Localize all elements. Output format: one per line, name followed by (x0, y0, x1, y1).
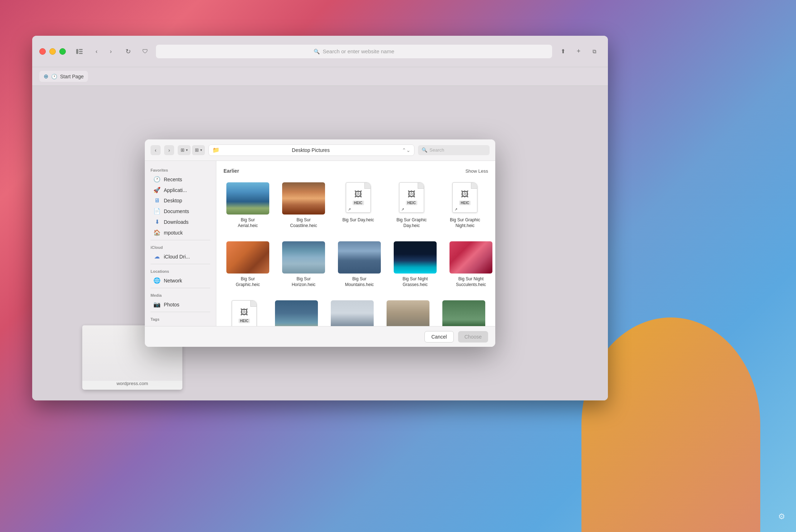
dialog-files-area[interactable]: Earlier Show Less Big SurAerial.heic (216, 161, 495, 326)
dialog-back-button[interactable]: ‹ (151, 145, 161, 155)
file-name-night-succulents: Big Sur NightSucculents.heic (456, 276, 486, 287)
sidebar-item-documents[interactable]: 📄 Documents (148, 206, 213, 216)
file-thumb-graphic (226, 241, 269, 274)
file-item-row3-3[interactable] (328, 297, 377, 326)
address-bar[interactable]: 🔍 Search or enter website name (156, 45, 552, 58)
heic-preview-icon-row3-1: 🖼 (240, 308, 248, 317)
sidebar-item-network[interactable]: 🌐 Network (148, 275, 213, 286)
tabs-button[interactable]: ⧉ (588, 45, 601, 58)
file-thumb-coastline (282, 182, 325, 215)
file-open-dialog: ‹ › ⊞ ▾ ⊞ ▾ 📁 Desktop (145, 139, 495, 347)
file-name-horizon: Big SurHorizon.heic (292, 276, 316, 287)
file-thumb-mountains (338, 241, 381, 274)
file-thumb-row3-5 (442, 300, 485, 326)
sidebar-label-downloads: Downloads (164, 219, 188, 225)
file-item-big-sur-graphic[interactable]: Big SurGraphic.heic (223, 238, 272, 290)
media-divider (151, 288, 210, 288)
macos-controls: ⚙ (778, 512, 785, 521)
file-item-big-sur-aerial[interactable]: Big SurAerial.heic (223, 179, 272, 231)
sidebar-item-applications[interactable]: 🚀 Applicati... (148, 185, 213, 195)
heic-paper-row3-1: 🖼 HEIC (232, 300, 257, 326)
file-item-big-sur-horizon[interactable]: Big SurHorizon.heic (279, 238, 328, 290)
sidebar-item-desktop[interactable]: 🖥 Desktop (148, 196, 213, 206)
thumb-img-row3-4 (387, 300, 429, 326)
tab-wordpress[interactable]: ⊕ 🕐 Start Page (39, 71, 88, 82)
file-dialog-overlay: ‹ › ⊞ ▾ ⊞ ▾ 📁 Desktop (32, 86, 608, 400)
files-grid-row2: Big SurGraphic.heic Big SurHorizon.heic (223, 238, 488, 290)
downloads-icon: ⬇ (153, 218, 161, 225)
toolbar-right: ⬆ + ⧉ (556, 45, 601, 58)
nav-buttons: ‹ › (90, 45, 117, 58)
thumb-img-horizon (282, 241, 325, 274)
dialog-sidebar: Favorites 🕐 Recents 🚀 Applicati... 🖥 Des… (145, 161, 216, 326)
thumb-img-mountains (338, 241, 381, 274)
sidebar-item-tag-9to5[interactable]: ● 9to5 (148, 323, 213, 326)
home-icon: 🏠 (153, 229, 161, 236)
minimize-button[interactable] (49, 48, 56, 55)
file-name-graphic-day: Big Sur GraphicDay.heic (397, 217, 427, 228)
file-item-row3-5[interactable] (439, 297, 488, 326)
file-heic-row3-1: 🖼 HEIC (230, 300, 259, 326)
maximize-button[interactable] (59, 48, 66, 55)
file-item-big-sur-coastline[interactable]: Big SurCoastline.heic (279, 179, 328, 231)
icloud-icon: ☁ (153, 253, 161, 260)
column-view-button[interactable]: ⊞ ▾ (192, 145, 205, 155)
sliders-icon: ⚙ (778, 512, 785, 521)
sidebar-label-documents: Documents (164, 208, 189, 214)
grid-icon: ⊞ (181, 147, 185, 153)
share-button[interactable]: ⬆ (556, 45, 569, 58)
sidebar-toggle-button[interactable] (73, 45, 86, 58)
section-title: Earlier (223, 168, 239, 174)
file-item-big-sur-mountains[interactable]: Big SurMountains.heic (335, 238, 384, 290)
thumb-img-night-succulents (449, 241, 492, 274)
new-tab-button[interactable]: + (572, 45, 585, 58)
grid-view-button[interactable]: ⊞ ▾ (178, 145, 191, 155)
file-item-big-sur-day[interactable]: 🖼 HEIC ↗ Big Sur Day.heic (335, 179, 381, 231)
file-item-row3-1[interactable]: 🖼 HEIC (223, 297, 265, 326)
locations-section-label: Locations (145, 266, 216, 275)
location-arrows: ⌃⌄ (402, 147, 411, 153)
cancel-button[interactable]: Cancel (424, 331, 454, 343)
file-item-row3-2[interactable] (272, 297, 321, 326)
file-thumb-row3-3 (331, 300, 374, 326)
search-box[interactable]: 🔍 Search (418, 145, 490, 155)
icloud-divider (151, 240, 210, 240)
dialog-forward-button[interactable]: › (164, 145, 174, 155)
file-item-big-sur-graphic-night[interactable]: 🖼 HEIC ↗ Big Sur GraphicNight.heic (442, 179, 488, 231)
sidebar-label-photos: Photos (164, 302, 180, 307)
view-toggle-group: ⊞ ▾ ⊞ ▾ (178, 145, 205, 155)
heic-preview-icon-graphic-day: 🖼 (408, 190, 416, 199)
file-item-big-sur-night-succulents[interactable]: Big Sur NightSucculents.heic (447, 238, 495, 290)
icloud-section-label: iCloud (145, 242, 216, 251)
sidebar-item-downloads[interactable]: ⬇ Downloads (148, 217, 213, 227)
location-bar: 📁 Desktop Pictures ⌃⌄ (208, 144, 414, 156)
show-less-button[interactable]: Show Less (465, 168, 488, 174)
file-thumb-night-grasses (394, 241, 437, 274)
forward-button[interactable]: › (104, 45, 117, 58)
file-item-big-sur-night-grasses[interactable]: Big Sur NightGrasses.heic (391, 238, 439, 290)
file-item-big-sur-graphic-day[interactable]: 🖼 HEIC ↗ Big Sur GraphicDay.heic (388, 179, 434, 231)
file-item-row3-4[interactable] (384, 297, 432, 326)
favorites-section-label: Favorites (145, 165, 216, 174)
heic-paper-graphic-night: 🖼 HEIC ↗ (452, 182, 477, 213)
media-section-label: Media (145, 290, 216, 299)
choose-button[interactable]: Choose (458, 331, 488, 343)
back-button[interactable]: ‹ (90, 45, 103, 58)
sidebar-label-applications: Applicati... (164, 187, 187, 193)
reload-button[interactable]: ↻ (122, 45, 134, 58)
sidebar-item-recents[interactable]: 🕐 Recents (148, 174, 213, 184)
sidebar-label-home: mpotuck (164, 230, 183, 236)
heic-preview-icon-graphic-night: 🖼 (461, 190, 469, 199)
sidebar-label-icloud: iCloud Dri... (164, 254, 190, 260)
shield-button[interactable]: 🛡 (139, 45, 152, 58)
sidebar-item-home[interactable]: 🏠 mpotuck (148, 227, 213, 238)
close-button[interactable] (39, 48, 46, 55)
sidebar-label-network: Network (164, 278, 182, 284)
browser-toolbar: ‹ › ↻ 🛡 🔍 Search or enter website name ⬆… (32, 36, 608, 67)
heic-badge-row3-1: HEIC (239, 319, 250, 323)
sidebar-item-photos[interactable]: 📷 Photos (148, 299, 213, 310)
file-thumb-aerial (226, 182, 269, 215)
wp-icon: ⊕ (44, 73, 48, 80)
sidebar-item-icloud[interactable]: ☁ iCloud Dri... (148, 251, 213, 262)
address-text: Search or enter website name (323, 48, 394, 54)
